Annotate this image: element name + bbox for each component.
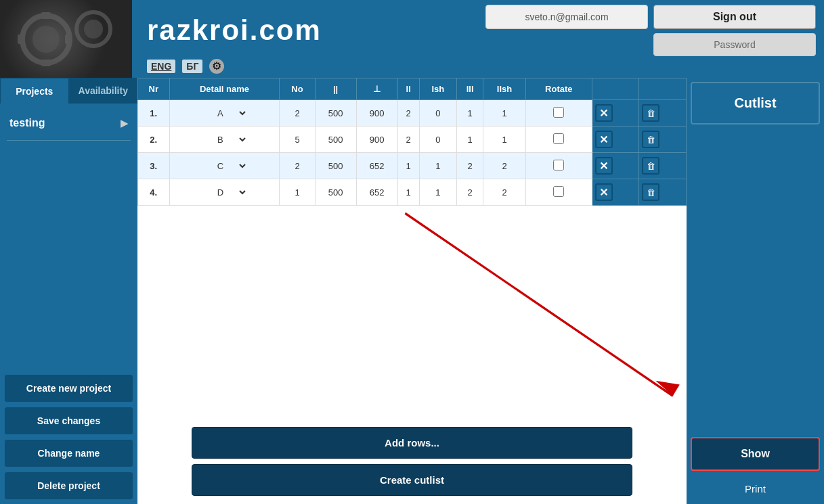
- save-changes-button[interactable]: Save changes: [4, 407, 133, 435]
- cell-col3: 500: [315, 153, 356, 179]
- chevron-right-icon: ▶: [121, 118, 128, 129]
- header-right: Sign out Password: [485, 5, 816, 56]
- delete-row-button[interactable]: 🗑: [642, 157, 659, 175]
- email-input[interactable]: [485, 5, 648, 29]
- svg-line-8: [405, 213, 672, 396]
- lang-eng-button[interactable]: ENG: [147, 60, 175, 73]
- cancel-row-button[interactable]: ✕: [595, 131, 613, 148]
- rotate-checkbox[interactable]: [553, 160, 564, 170]
- lang-bg-button[interactable]: БГ: [182, 60, 202, 73]
- settings-icon[interactable]: ⚙: [209, 59, 224, 74]
- cell-col7: 1: [456, 127, 483, 153]
- cell-name[interactable]: C: [169, 153, 280, 179]
- cell-col3: 500: [315, 179, 356, 206]
- bottom-buttons: Add rows... Create cutlist: [137, 419, 687, 504]
- cell-cancel[interactable]: ✕: [592, 153, 638, 179]
- cell-col8: 1: [483, 127, 525, 153]
- cell-col3: 500: [315, 127, 356, 153]
- password-button[interactable]: Password: [653, 33, 816, 56]
- content-empty: [137, 206, 687, 419]
- sidebar-project-item[interactable]: testing ▶: [0, 109, 137, 137]
- table-row: 3. C 2 500 652 1 1 2 2 ✕ 🗑: [138, 153, 687, 179]
- cell-col6: 0: [419, 127, 456, 153]
- cell-col4: 900: [356, 100, 397, 127]
- header-top: razkroi.com Sign out Password: [147, 5, 816, 56]
- cell-col5: 2: [397, 127, 419, 153]
- cell-col8: 2: [483, 179, 525, 206]
- cancel-row-button[interactable]: ✕: [595, 183, 613, 201]
- cell-col5: 2: [397, 100, 419, 127]
- cell-rotate[interactable]: [525, 179, 592, 206]
- col-perp: ⊥: [356, 78, 397, 100]
- tab-availability[interactable]: Availability: [69, 78, 138, 104]
- cell-cancel[interactable]: ✕: [592, 179, 638, 206]
- main-layout: Projects Availability testing ▶ Create n…: [0, 78, 824, 504]
- cell-rotate[interactable]: [525, 127, 592, 153]
- arrow-annotation: [137, 206, 687, 419]
- print-button[interactable]: Print: [691, 476, 820, 501]
- project-name-label: testing: [9, 117, 45, 129]
- svg-point-1: [32, 26, 60, 53]
- change-name-button[interactable]: Change name: [4, 439, 133, 467]
- cell-col3: 500: [315, 100, 356, 127]
- header-bottom: ENG БГ ⚙: [147, 59, 816, 74]
- right-panel: Cutlist Show Print: [687, 78, 824, 504]
- delete-row-button[interactable]: 🗑: [642, 183, 659, 201]
- name-select[interactable]: B: [200, 134, 248, 145]
- rotate-checkbox[interactable]: [553, 107, 564, 118]
- show-button[interactable]: Show: [691, 437, 820, 471]
- name-select[interactable]: D: [200, 187, 248, 198]
- cell-name[interactable]: D: [169, 179, 280, 206]
- cell-cancel[interactable]: ✕: [592, 127, 638, 153]
- cell-nr: 4.: [138, 179, 170, 206]
- cell-rotate[interactable]: [525, 100, 592, 127]
- cancel-row-button[interactable]: ✕: [595, 157, 613, 175]
- rotate-checkbox[interactable]: [553, 186, 564, 197]
- tab-projects[interactable]: Projects: [0, 78, 69, 104]
- svg-rect-5: [41, 60, 51, 66]
- svg-rect-6: [18, 35, 24, 44]
- header: razkroi.com Sign out Password ENG БГ ⚙: [0, 0, 824, 78]
- cell-delete[interactable]: 🗑: [639, 179, 687, 206]
- svg-point-3: [84, 20, 103, 39]
- cell-rotate[interactable]: [525, 153, 592, 179]
- cell-cancel[interactable]: ✕: [592, 100, 638, 127]
- table-row: 1. A 2 500 900 2 0 1 1 ✕ 🗑: [138, 100, 687, 127]
- sidebar-tabs: Projects Availability: [0, 78, 137, 104]
- cell-delete[interactable]: 🗑: [639, 153, 687, 179]
- name-select[interactable]: A: [200, 108, 248, 119]
- cell-nr: 3.: [138, 153, 170, 179]
- col-action2: [639, 78, 687, 100]
- table-row: 2. B 5 500 900 2 0 1 1 ✕ 🗑: [138, 127, 687, 153]
- cell-name[interactable]: A: [169, 100, 280, 127]
- name-select[interactable]: C: [200, 160, 248, 172]
- cell-col7: 2: [456, 153, 483, 179]
- col-action1: [592, 78, 638, 100]
- cell-name[interactable]: B: [169, 127, 280, 153]
- rotate-checkbox[interactable]: [553, 133, 564, 144]
- cell-delete[interactable]: 🗑: [639, 100, 687, 127]
- col-iil: IIl: [456, 78, 483, 100]
- signout-button[interactable]: Sign out: [653, 5, 816, 29]
- site-title: razkroi.com: [147, 14, 322, 47]
- cell-col8: 2: [483, 153, 525, 179]
- create-cutlist-button[interactable]: Create cutlist: [192, 464, 632, 496]
- svg-marker-9: [655, 381, 679, 396]
- delete-row-button[interactable]: 🗑: [642, 104, 659, 122]
- cell-nr: 2.: [138, 127, 170, 153]
- sidebar: Projects Availability testing ▶ Create n…: [0, 78, 137, 504]
- col-ish: Ish: [419, 78, 456, 100]
- cancel-row-button[interactable]: ✕: [595, 104, 613, 122]
- delete-project-button[interactable]: Delete project: [4, 472, 133, 500]
- cutlist-button[interactable]: Cutlist: [691, 82, 820, 124]
- col-rotate: Rotate: [525, 78, 592, 100]
- col-detail-name: Detail name: [169, 78, 280, 100]
- create-project-button[interactable]: Create new project: [4, 374, 133, 403]
- delete-row-button[interactable]: 🗑: [642, 131, 659, 148]
- svg-rect-7: [65, 35, 72, 44]
- cell-col6: 0: [419, 100, 456, 127]
- cell-no: 2: [280, 100, 315, 127]
- detail-table: Nr Detail name No || ⊥ Il Ish IIl IIsh R…: [137, 78, 687, 206]
- add-rows-button[interactable]: Add rows...: [192, 427, 632, 459]
- cell-delete[interactable]: 🗑: [639, 127, 687, 153]
